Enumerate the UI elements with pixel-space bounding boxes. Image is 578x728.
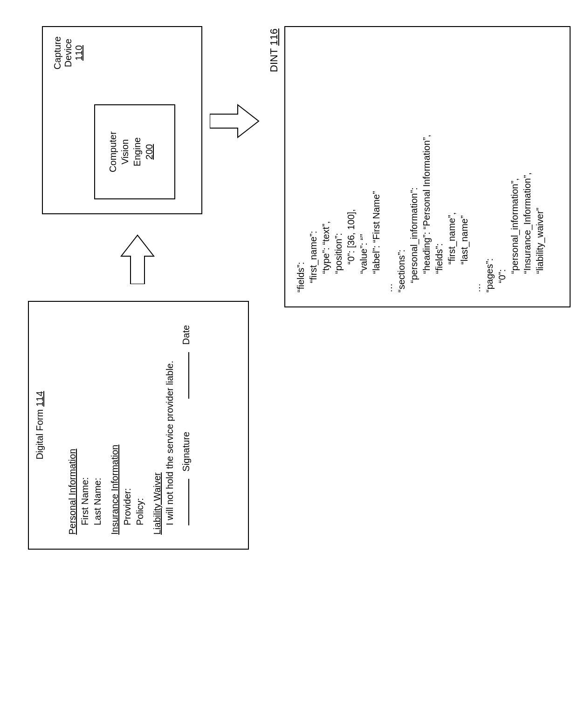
svg-marker-1 bbox=[210, 105, 259, 137]
dint-line: “pages”: bbox=[483, 135, 496, 293]
dint-ref: 116 bbox=[268, 28, 280, 46]
dint-label: DINT 116 bbox=[268, 28, 280, 72]
signature-label: Signature bbox=[181, 432, 191, 472]
dint-line: … bbox=[471, 135, 483, 293]
digital-form-title-text: Digital Form bbox=[34, 407, 45, 459]
signature-line bbox=[188, 479, 189, 525]
dint-line: “fields”: bbox=[295, 135, 307, 293]
capture-label-line1: Capture bbox=[52, 36, 63, 69]
dint-line: “label”: “First Name” bbox=[370, 135, 383, 274]
provider-label: Provider: bbox=[121, 311, 134, 525]
digital-form-ref: 114 bbox=[34, 391, 45, 407]
dint-body: “fields”: “first_name”: “type”: “text”, … bbox=[295, 135, 546, 293]
digital-form-body: Personal Information First Name: Last Na… bbox=[66, 311, 193, 535]
dint-box: “fields”: “first_name”: “type”: “text”, … bbox=[284, 26, 571, 307]
date-label: Date bbox=[181, 325, 191, 345]
dint-line: “personal_information”: bbox=[408, 135, 420, 283]
dint-line: “0”: [36, 100], bbox=[345, 135, 358, 265]
waiver-text: I will not hold the service provider lia… bbox=[164, 311, 176, 525]
signature-row: Signature Date bbox=[180, 311, 193, 525]
vision-engine-ref: 200 bbox=[143, 105, 155, 198]
dint-line: “fields”: bbox=[433, 135, 446, 274]
capture-device-ref: 110 bbox=[74, 36, 84, 69]
dint-line: “heading”: “Personal Information”, bbox=[420, 135, 433, 274]
digital-form-title: Digital Form 114 bbox=[34, 302, 45, 549]
vision-engine-box: Computer Vision Engine 200 bbox=[94, 104, 175, 199]
dint-line: “type”: “text”, bbox=[320, 135, 332, 274]
dint-line: “0”: bbox=[496, 135, 509, 283]
date-line bbox=[188, 352, 189, 399]
dint-line: “last_name” bbox=[458, 135, 471, 265]
vision-engine-line3: Engine bbox=[131, 105, 143, 198]
dint-line: “value”: “” bbox=[358, 135, 370, 274]
capture-device-box: Capture Device 110 Computer Vision Engin… bbox=[42, 26, 202, 214]
capture-device-label: Capture Device 110 bbox=[52, 36, 84, 69]
dint-prefix: DINT bbox=[268, 46, 280, 72]
vision-engine-line1: Computer bbox=[107, 105, 119, 198]
last-name-label: Last Name: bbox=[91, 311, 104, 525]
arrow-right-icon bbox=[119, 233, 158, 284]
dint-line: “Insurance_Information”, bbox=[521, 135, 534, 274]
dint-line: “liability_waiver” bbox=[534, 135, 546, 274]
dint-line: “sections”: bbox=[395, 135, 408, 293]
dint-line: “first_name”: bbox=[307, 135, 320, 283]
dint-line: “position”: bbox=[332, 135, 345, 274]
svg-marker-0 bbox=[121, 235, 154, 284]
dint-line: “first_name”, bbox=[446, 135, 458, 265]
digital-form-box: Digital Form 114 Personal Information Fi… bbox=[28, 301, 249, 550]
capture-label-line2: Device bbox=[63, 36, 74, 69]
arrow-down-icon bbox=[210, 102, 263, 140]
dint-line: “personal_information”, bbox=[509, 135, 521, 274]
vision-engine-line2: Vision bbox=[119, 105, 131, 198]
first-name-label: First Name: bbox=[79, 311, 91, 525]
personal-information-heading: Personal Information bbox=[66, 311, 79, 535]
vision-engine-label: Computer Vision Engine 200 bbox=[107, 105, 155, 198]
insurance-information-heading: Insurance Information bbox=[109, 311, 121, 535]
dint-line: … bbox=[383, 135, 395, 293]
liability-waiver-heading: Liability Waiver bbox=[151, 311, 164, 535]
policy-label: Policy: bbox=[134, 311, 146, 525]
